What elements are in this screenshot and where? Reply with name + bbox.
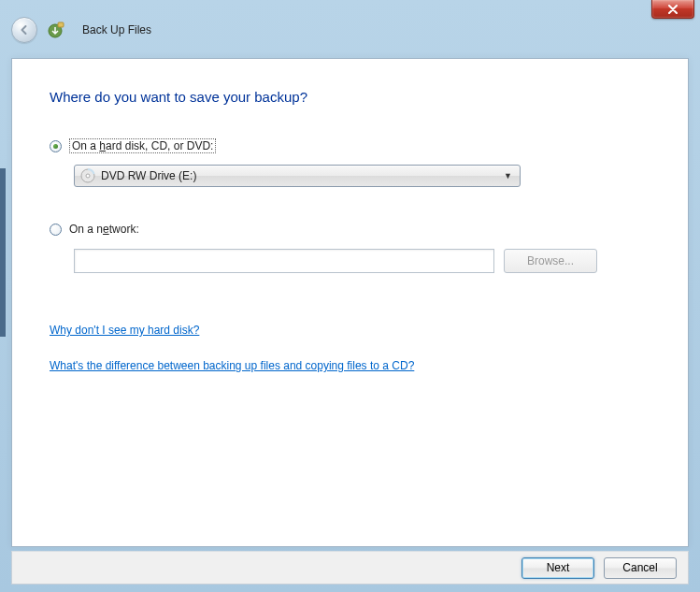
chevron-down-icon: ▼ xyxy=(504,171,512,180)
cancel-button[interactable]: Cancel xyxy=(604,557,677,579)
background-decoration xyxy=(0,168,6,337)
svg-point-3 xyxy=(86,174,90,178)
network-path-input[interactable] xyxy=(74,249,494,273)
disc-icon xyxy=(80,168,95,183)
browse-button: Browse... xyxy=(504,249,597,273)
back-arrow-icon xyxy=(18,23,31,36)
wizard-header: Back Up Files xyxy=(11,13,689,47)
wizard-title: Back Up Files xyxy=(82,23,151,36)
footer: Next Cancel xyxy=(11,551,689,585)
content-panel: Where do you want to save your backup? O… xyxy=(11,58,689,547)
back-button[interactable] xyxy=(11,17,37,43)
next-button[interactable]: Next xyxy=(521,557,594,579)
help-links: Why don't I see my hard disk? What's the… xyxy=(50,324,650,372)
backup-icon xyxy=(47,21,65,39)
page-heading: Where do you want to save your backup? xyxy=(50,89,650,105)
option-hard-disk[interactable]: On a hard disk, CD, or DVD: xyxy=(50,138,650,153)
option-network[interactable]: On a network: xyxy=(50,223,650,236)
drive-dropdown[interactable]: DVD RW Drive (E:) ▼ xyxy=(74,165,521,187)
radio-network-label[interactable]: On a network: xyxy=(69,223,139,236)
radio-network[interactable] xyxy=(50,224,62,236)
drive-dropdown-value: DVD RW Drive (E:) xyxy=(101,169,504,182)
radio-hard-disk-label[interactable]: On a hard disk, CD, or DVD: xyxy=(69,138,216,153)
link-backup-vs-copy[interactable]: What's the difference between backing up… xyxy=(50,359,414,372)
close-icon xyxy=(667,5,679,14)
radio-hard-disk[interactable] xyxy=(50,140,62,152)
link-why-no-hard-disk[interactable]: Why don't I see my hard disk? xyxy=(50,324,199,337)
svg-rect-1 xyxy=(58,22,64,27)
